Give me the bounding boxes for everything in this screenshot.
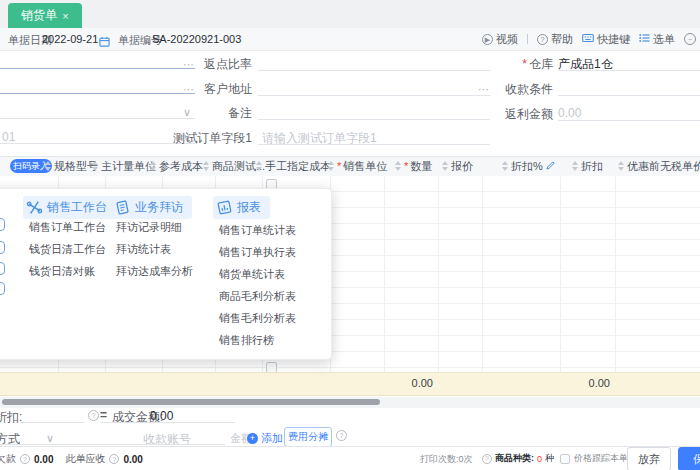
grid-gridline: [438, 176, 439, 372]
col-sales-unit[interactable]: *销售单位: [328, 156, 387, 176]
horizontal-scrollbar[interactable]: [0, 397, 700, 408]
scrollbar-thumb[interactable]: [2, 399, 380, 405]
customer-address-label: 客户地址: [157, 81, 252, 98]
menu-item[interactable]: 拜访记录明细: [116, 216, 182, 238]
add-payment-button[interactable]: + 添加: [247, 431, 283, 446]
sort-icon[interactable]: [442, 161, 448, 171]
summary-quantity: 0.00: [384, 377, 433, 389]
more-icon[interactable]: ⋯: [478, 84, 489, 95]
help-icon[interactable]: ?: [336, 430, 347, 441]
cancel-button[interactable]: 放弃: [627, 447, 671, 470]
menu-item[interactable]: 拜访统计表: [116, 238, 171, 260]
grid-gridline: [560, 176, 561, 372]
sort-icon[interactable]: [572, 161, 578, 171]
chevron-down-icon[interactable]: ∨: [46, 433, 54, 444]
rebate-amount-input[interactable]: [558, 120, 700, 121]
doc-date-value[interactable]: 2022-09-21: [42, 33, 98, 45]
account-input[interactable]: [140, 444, 225, 445]
clipboard-icon: [114, 199, 132, 217]
sort-icon[interactable]: [395, 161, 401, 171]
clipped-menu-icon[interactable]: [0, 282, 5, 295]
menu-link[interactable]: 选单: [639, 32, 675, 47]
hotkey-link[interactable]: 快捷键: [582, 32, 630, 47]
receivable-value: 0.00: [123, 454, 142, 465]
toolbar-divider: [527, 34, 528, 44]
play-icon: ▶: [482, 34, 493, 45]
deal-amount-underline: [100, 422, 235, 423]
help-icon[interactable]: ?: [88, 410, 99, 421]
save-button[interactable]: 保存: [678, 447, 700, 470]
col-main-unit[interactable]: 主计量单位: [92, 156, 156, 176]
col-quantity[interactable]: *数量: [395, 156, 432, 176]
grid-gridline: [384, 176, 385, 372]
tab-close-icon[interactable]: ×: [62, 10, 68, 22]
grid-gridline: [482, 176, 483, 372]
sort-icon[interactable]: [203, 161, 209, 171]
sort-icon[interactable]: [618, 161, 624, 171]
payment-terms-input[interactable]: [558, 95, 700, 96]
sort-icon[interactable]: [256, 161, 262, 171]
sort-icon[interactable]: [92, 161, 98, 171]
menu-item[interactable]: 商品毛利分析表: [219, 285, 296, 307]
clipped-menu-icon[interactable]: [0, 262, 5, 275]
rebate-ratio-input[interactable]: [258, 70, 490, 71]
sort-icon[interactable]: [502, 161, 508, 171]
col-discount-pct[interactable]: 折扣%: [502, 156, 555, 176]
col-discount[interactable]: 折扣: [572, 156, 603, 176]
deal-amount-value[interactable]: 0.00: [150, 409, 173, 423]
col-manual-cost[interactable]: 手工指定成本: [256, 156, 331, 176]
left-field4-value[interactable]: 01: [2, 130, 15, 144]
prev-debt-label: 此前欠款: [0, 452, 16, 466]
col-ref-cost[interactable]: 参考成本: [150, 156, 203, 176]
help-link[interactable]: ? 帮助: [537, 32, 573, 47]
help-label: 帮助: [551, 32, 573, 47]
sort-icon[interactable]: [328, 161, 334, 171]
clipped-menu-icon[interactable]: [0, 241, 5, 254]
col-spec-model[interactable]: 规格型号: [45, 156, 98, 176]
price-track-checkbox[interactable]: [560, 454, 570, 464]
menu-item[interactable]: 销售排行榜: [219, 329, 274, 351]
clipped-menu-icon[interactable]: [0, 218, 5, 231]
video-link[interactable]: ▶ 视频: [482, 32, 518, 47]
menu-item[interactable]: 销售订单工作台: [29, 216, 106, 238]
help-icon[interactable]: ?: [109, 454, 119, 464]
menu-item[interactable]: 钱货日清对账: [29, 260, 95, 282]
menu-item[interactable]: 销售毛利分析表: [219, 307, 296, 329]
warehouse-label: *仓库: [493, 56, 553, 73]
tab-bar: 销货单 ×: [0, 0, 700, 29]
whole-discount-input[interactable]: [20, 422, 84, 423]
menu-item[interactable]: 钱货日清工作台: [29, 238, 106, 260]
sort-icon[interactable]: [45, 161, 51, 171]
calendar-icon[interactable]: [99, 33, 110, 51]
help-icon[interactable]: ?: [20, 454, 30, 464]
category-count: 0: [537, 454, 542, 464]
menu-item[interactable]: 销售订单统计表: [219, 219, 296, 241]
grid-gridline: [615, 176, 616, 372]
menu-item[interactable]: 拜访达成率分析: [116, 260, 193, 282]
menu-item[interactable]: 销货单统计表: [219, 263, 285, 285]
settle-method-select[interactable]: [0, 444, 152, 445]
menu-item[interactable]: 销售订单执行表: [219, 241, 296, 263]
edit-icon[interactable]: [546, 160, 555, 172]
collapse-icon[interactable]: −: [684, 33, 696, 45]
customer-address-input[interactable]: [258, 95, 490, 96]
help-icon: ?: [537, 34, 548, 45]
debt-summary: 此前欠款 ? 0.00 此单应收 ? 0.00: [0, 452, 143, 466]
print-count: 打印次数:0次: [420, 453, 473, 466]
col-pre-discount-price[interactable]: 优惠前无税单价: [618, 156, 700, 176]
help-icon[interactable]: ?: [482, 454, 492, 464]
price-track-option[interactable]: 价格跟踪本单: [560, 452, 628, 465]
plus-icon: +: [247, 433, 258, 444]
menu-popup: 销售工作台 销售订单工作台 钱货日清工作台 钱货日清对账 业务拜访 拜访记录明细…: [0, 188, 332, 360]
rebate-amount-placeholder[interactable]: 0.00: [558, 106, 581, 120]
tab-label: 销货单: [21, 7, 57, 24]
expense-share-button[interactable]: 费用分摊: [284, 427, 332, 447]
tab-sales-invoice[interactable]: 销货单 ×: [8, 3, 82, 28]
test-field-input[interactable]: [258, 144, 490, 145]
col-quote-price[interactable]: 报价: [442, 156, 473, 176]
remark-input[interactable]: [258, 119, 490, 120]
payment-terms-label: 收款条件: [493, 81, 553, 98]
warehouse-input[interactable]: [558, 70, 700, 71]
sort-icon[interactable]: [150, 161, 156, 171]
doc-no-value: SA-20220921-003: [152, 33, 241, 45]
